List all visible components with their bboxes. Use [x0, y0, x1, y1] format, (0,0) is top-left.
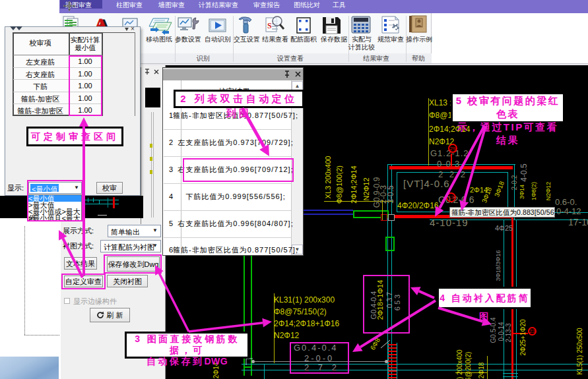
svg-text:S: S: [267, 21, 272, 30]
